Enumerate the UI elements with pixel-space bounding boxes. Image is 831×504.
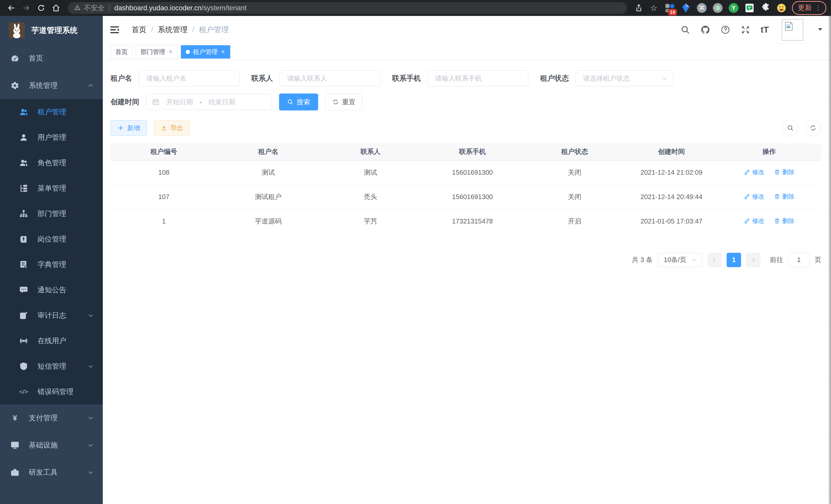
browser-forward-icon[interactable]	[20, 1, 33, 14]
export-button[interactable]: 导出	[154, 120, 190, 136]
share-icon[interactable]	[632, 1, 646, 14]
browser-reload-icon[interactable]	[34, 1, 48, 14]
avatar-broken-image-icon	[784, 21, 794, 31]
goto-page-input[interactable]	[789, 253, 809, 267]
refresh-table-button[interactable]	[805, 120, 821, 136]
sidebar-item-infrastructure[interactable]: 基础设施	[0, 432, 103, 459]
header-search-icon[interactable]	[681, 25, 690, 35]
edit-link[interactable]: 修改	[744, 168, 765, 176]
sidebar-item-system[interactable]: 系统管理	[0, 72, 103, 99]
page-url[interactable]: dashboard.yudao.iocoder.cn/system/tenant	[114, 4, 247, 12]
briefcase-icon	[19, 235, 28, 244]
add-button[interactable]: 新增	[111, 120, 147, 136]
active-tab-dot	[186, 50, 190, 54]
chevron-down-icon	[661, 75, 667, 82]
chevron-left-icon	[712, 257, 717, 263]
tag-manager-extension-icon[interactable]: 10	[664, 3, 675, 13]
bookmark-star-icon[interactable]: ☆	[647, 1, 660, 14]
chat-extension-icon[interactable]	[744, 3, 755, 13]
table-row: 107 测试租户 秃头 15601691300 关闭 2021-12-14 20…	[111, 185, 821, 209]
fullscreen-icon[interactable]	[741, 25, 750, 35]
sidebar-item-payment[interactable]: ¥ 支付管理	[0, 404, 103, 432]
tab-dept[interactable]: 部门管理	[136, 45, 178, 59]
extensions-puzzle-icon[interactable]	[760, 3, 771, 13]
browser-back-icon[interactable]	[5, 1, 18, 14]
breadcrumb-system[interactable]: 系统管理	[158, 25, 188, 35]
edit-link[interactable]: 修改	[744, 217, 765, 225]
top-navbar: 首页 / 系统管理 / 租户管理 tT	[103, 16, 831, 44]
close-icon[interactable]	[168, 48, 173, 56]
breadcrumb-separator: /	[192, 25, 194, 34]
sidebar-item-online-users[interactable]: 在线用户	[0, 328, 103, 353]
sidebar-item-dept[interactable]: 部门管理	[0, 201, 103, 226]
breadcrumb-home[interactable]: 首页	[132, 25, 146, 35]
emoji-extension-icon[interactable]	[776, 3, 787, 13]
browser-home-icon[interactable]	[49, 1, 63, 14]
sidebar-item-user[interactable]: 用户管理	[0, 125, 103, 150]
users-icon	[19, 108, 28, 117]
sidebar-item-role[interactable]: 角色管理	[0, 150, 103, 175]
page-size-select[interactable]: 10条/页	[658, 253, 702, 267]
users-icon	[19, 158, 28, 168]
security-label[interactable]: 不安全	[84, 3, 105, 12]
calendar-icon	[152, 98, 160, 106]
page-number-button[interactable]: 1	[727, 253, 741, 267]
contact-input[interactable]	[280, 70, 380, 86]
pagination: 共 3 条 10条/页 1 前往 页	[111, 253, 821, 267]
tab-tenant[interactable]: 租户管理	[181, 45, 230, 59]
sidebar-item-audit-log[interactable]: 审计日志	[0, 303, 103, 328]
edit-icon	[19, 311, 28, 320]
status-select[interactable]: 请选择租户状态	[576, 70, 673, 86]
monitor-icon	[10, 441, 20, 450]
sidebar-item-notice[interactable]: 通知公告	[0, 277, 103, 303]
sidebar-item-post[interactable]: 岗位管理	[0, 226, 103, 252]
table-row: 1 芋道源码 芋艿 17321315478 开启 2021-01-05 17:0…	[111, 209, 821, 234]
address-bar[interactable]: 不安全 dashboard.yudao.iocoder.cn/system/te…	[68, 2, 627, 14]
search-button[interactable]: 搜索	[279, 93, 318, 111]
tenant-table: 租户编号 租户名 联系人 联系手机 租户状态 创建时间 操作 108 测试 测试	[111, 143, 821, 234]
sidebar-item-label: 支付管理	[29, 413, 58, 423]
sidebar-item-label: 在线用户	[37, 336, 66, 346]
y-extension-icon[interactable]: Y	[728, 3, 739, 13]
font-size-icon[interactable]: tT	[761, 25, 769, 35]
sidebar-item-home[interactable]: 首页	[0, 45, 103, 72]
prev-page-button[interactable]	[707, 253, 721, 267]
delete-link[interactable]: 删除	[774, 192, 795, 201]
sidebar-item-tenant[interactable]: 租户管理	[0, 99, 103, 125]
sidebar-item-menu[interactable]: 菜单管理	[0, 175, 103, 201]
browser-menu-kebab-icon[interactable]: ⋮	[815, 4, 822, 12]
browser-update-button[interactable]: 更新 ⋮	[792, 1, 826, 15]
toggle-search-button[interactable]	[782, 120, 799, 136]
chevron-down-icon	[87, 469, 94, 476]
create-time-range-picker[interactable]: 开始日期 - 结束日期	[146, 94, 272, 110]
mobile-label: 联系手机	[392, 73, 421, 83]
sidebar-item-dict[interactable]: 字典管理	[0, 252, 103, 277]
app-logo-row[interactable]: 芋道管理系统	[0, 16, 103, 45]
extensions-row: 10 ⌘ Y	[664, 3, 787, 13]
mobile-input[interactable]	[428, 70, 528, 86]
sidebar-item-dev-tools[interactable]: 研发工具	[0, 459, 103, 486]
sidebar-collapse-icon[interactable]	[110, 24, 121, 36]
avatar-dropdown-caret-icon[interactable]	[817, 26, 823, 33]
github-icon[interactable]	[700, 25, 710, 35]
edit-link[interactable]: 修改	[744, 192, 765, 201]
close-icon[interactable]	[221, 48, 225, 56]
kite-extension-icon[interactable]	[681, 3, 691, 13]
help-question-icon[interactable]	[720, 25, 730, 35]
tenant-name-label: 租户名	[111, 73, 132, 83]
next-page-button[interactable]	[746, 253, 761, 267]
goto-label: 前往	[770, 255, 783, 264]
recorder-extension-icon[interactable]	[712, 3, 723, 13]
shield-icon	[19, 362, 28, 371]
sidebar-item-error-code[interactable]: </> 错误码管理	[0, 379, 103, 404]
status-label: 租户状态	[540, 73, 569, 83]
tab-home[interactable]: 首页	[111, 45, 133, 59]
sidebar-item-sms[interactable]: 短信管理	[0, 353, 103, 379]
reset-button[interactable]: 重置	[325, 93, 362, 111]
delete-link[interactable]: 删除	[774, 217, 795, 225]
column-header: 联系人	[319, 143, 422, 160]
tenant-name-input[interactable]	[139, 70, 239, 86]
command-extension-icon[interactable]: ⌘	[696, 3, 707, 13]
avatar[interactable]	[782, 19, 803, 40]
delete-link[interactable]: 删除	[774, 168, 795, 176]
